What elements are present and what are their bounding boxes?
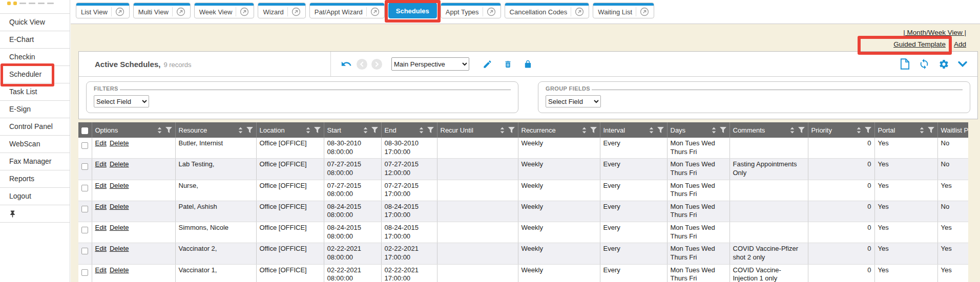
sidebar-item-scheduler[interactable]: Scheduler bbox=[0, 66, 70, 83]
column-header-options[interactable]: Options bbox=[92, 122, 175, 138]
sort-icon[interactable] bbox=[419, 127, 424, 134]
sort-icon[interactable] bbox=[920, 127, 924, 134]
launch-icon[interactable] bbox=[176, 7, 185, 16]
edit-link[interactable]: Edit bbox=[95, 224, 107, 231]
funnel-icon[interactable] bbox=[928, 127, 934, 133]
tab-week-view[interactable]: Week View bbox=[194, 3, 255, 18]
row-checkbox[interactable] bbox=[81, 248, 88, 254]
column-header-start[interactable]: Start bbox=[324, 122, 381, 138]
sort-icon[interactable] bbox=[363, 127, 368, 134]
sort-icon[interactable] bbox=[712, 127, 716, 134]
sort-icon[interactable] bbox=[649, 127, 654, 134]
month-week-view-link[interactable]: | Month/Week View | bbox=[903, 29, 966, 36]
delete-link[interactable]: Delete bbox=[110, 182, 129, 189]
sort-icon[interactable] bbox=[306, 127, 310, 134]
column-header-interval[interactable]: Interval bbox=[600, 122, 667, 138]
pushpin-icon[interactable] bbox=[9, 210, 16, 218]
undo-icon[interactable] bbox=[340, 58, 352, 70]
delete-link[interactable]: Delete bbox=[110, 139, 129, 147]
delete-link[interactable]: Delete bbox=[110, 245, 129, 252]
edit-link[interactable]: Edit bbox=[95, 266, 107, 274]
sidebar-item-task-list[interactable]: Task List bbox=[0, 83, 70, 101]
sidebar-item-logout[interactable]: Logout bbox=[0, 188, 70, 205]
guided-template-link[interactable]: Guided Template bbox=[893, 40, 946, 48]
select-all-checkbox[interactable] bbox=[81, 127, 88, 134]
funnel-icon[interactable] bbox=[508, 127, 515, 133]
add-link[interactable]: Add bbox=[954, 40, 966, 48]
edit-link[interactable]: Edit bbox=[95, 139, 107, 147]
row-checkbox[interactable] bbox=[81, 269, 88, 276]
refresh-icon[interactable] bbox=[919, 58, 930, 70]
funnel-icon[interactable] bbox=[865, 127, 871, 133]
sidebar-item-quick-view[interactable]: Quick View bbox=[0, 14, 70, 31]
edit-pencil-icon[interactable] bbox=[483, 59, 492, 69]
sort-icon[interactable] bbox=[582, 127, 587, 134]
sidebar-item-e-sign[interactable]: E-Sign bbox=[0, 101, 70, 118]
column-header-recurrence[interactable]: Recurrence bbox=[518, 122, 600, 138]
funnel-icon[interactable] bbox=[165, 127, 172, 133]
row-checkbox[interactable] bbox=[81, 163, 88, 170]
funnel-icon[interactable] bbox=[590, 127, 597, 133]
funnel-icon[interactable] bbox=[720, 127, 726, 133]
delete-link[interactable]: Delete bbox=[110, 266, 129, 274]
column-header-waitlist-po[interactable]: Waitlist Po bbox=[937, 122, 968, 138]
row-checkbox[interactable] bbox=[81, 142, 88, 149]
sort-icon[interactable] bbox=[790, 127, 795, 134]
column-header-comments[interactable]: Comments bbox=[729, 122, 808, 138]
tab-schedules[interactable]: Schedules bbox=[388, 3, 437, 18]
new-document-icon[interactable] bbox=[900, 58, 910, 70]
tab-list-view[interactable]: List View bbox=[76, 3, 130, 18]
sidebar-item-fax-manager[interactable]: Fax Manager bbox=[0, 153, 70, 170]
tab-multi-view[interactable]: Multi View bbox=[133, 3, 191, 18]
sort-icon[interactable] bbox=[857, 127, 861, 134]
launch-icon[interactable] bbox=[291, 7, 301, 16]
launch-icon[interactable] bbox=[370, 7, 380, 16]
column-header-resource[interactable]: Resource bbox=[175, 122, 256, 138]
tab-pat-appt-wizard[interactable]: Pat/Appt Wizard bbox=[309, 3, 385, 18]
funnel-icon[interactable] bbox=[657, 127, 664, 133]
delete-link[interactable]: Delete bbox=[110, 203, 129, 210]
delete-link[interactable]: Delete bbox=[110, 224, 129, 231]
launch-icon[interactable] bbox=[487, 7, 496, 16]
tab-appt-types[interactable]: Appt Types bbox=[441, 3, 501, 18]
launch-icon[interactable] bbox=[240, 7, 249, 16]
lock-icon[interactable] bbox=[524, 59, 532, 69]
tab-waiting-list[interactable]: Waiting List bbox=[593, 3, 654, 18]
funnel-icon[interactable] bbox=[371, 127, 378, 133]
funnel-icon[interactable] bbox=[314, 127, 321, 133]
filters-field-select[interactable]: Select Field bbox=[94, 95, 149, 107]
funnel-icon[interactable] bbox=[427, 127, 434, 133]
column-header-days[interactable]: Days bbox=[667, 122, 729, 138]
sort-icon[interactable] bbox=[500, 127, 505, 134]
launch-icon[interactable] bbox=[575, 7, 584, 16]
funnel-icon[interactable] bbox=[246, 127, 253, 133]
sidebar-item-control-panel[interactable]: Control Panel bbox=[0, 118, 70, 136]
delete-trash-icon[interactable] bbox=[504, 59, 512, 69]
column-header-recur-until[interactable]: Recur Until bbox=[437, 122, 518, 138]
column-header-end[interactable]: End bbox=[381, 122, 437, 138]
prev-circle-icon[interactable] bbox=[357, 59, 367, 70]
column-header-priority[interactable]: Priority bbox=[808, 122, 874, 138]
launch-icon[interactable] bbox=[115, 7, 124, 16]
sidebar-item-reports[interactable]: Reports bbox=[0, 170, 70, 188]
perspective-select[interactable]: Main Perspective bbox=[391, 57, 469, 71]
column-header-portal[interactable]: Portal bbox=[874, 122, 937, 138]
edit-link[interactable]: Edit bbox=[95, 245, 107, 252]
sidebar-item-webscan[interactable]: WebScan bbox=[0, 136, 70, 153]
settings-gear-icon[interactable] bbox=[939, 59, 949, 70]
funnel-icon[interactable] bbox=[798, 127, 805, 133]
edit-link[interactable]: Edit bbox=[95, 160, 107, 168]
sidebar-item-checkin[interactable]: Checkin bbox=[0, 49, 70, 66]
launch-icon[interactable] bbox=[640, 7, 649, 16]
edit-link[interactable]: Edit bbox=[95, 203, 107, 210]
sort-icon[interactable] bbox=[238, 127, 243, 134]
tab-cancellation-codes[interactable]: Cancellation Codes bbox=[505, 3, 590, 18]
collapse-chevron-icon[interactable] bbox=[958, 61, 967, 68]
group-fields-field-select[interactable]: Select Field bbox=[546, 95, 601, 107]
column-header-location[interactable]: Location bbox=[256, 122, 324, 138]
row-checkbox[interactable] bbox=[81, 206, 88, 212]
row-checkbox[interactable] bbox=[81, 185, 88, 191]
sidebar-item-e-chart[interactable]: E-Chart bbox=[0, 31, 70, 49]
next-circle-icon[interactable] bbox=[371, 59, 382, 70]
tab-wizard[interactable]: Wizard bbox=[258, 3, 305, 18]
